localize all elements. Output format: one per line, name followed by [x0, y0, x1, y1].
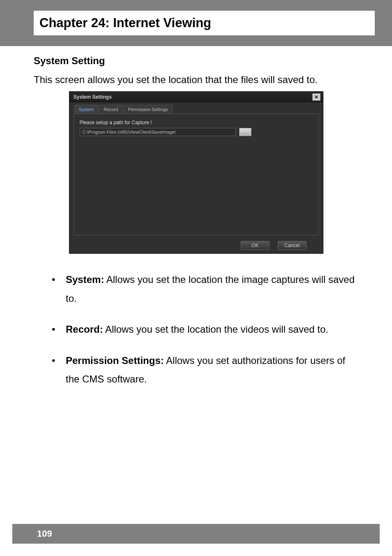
close-button[interactable]: ✕	[312, 93, 321, 101]
tab-record[interactable]: Record	[99, 105, 122, 114]
tab-panel: Please setup a path for Capture ! ...	[74, 114, 319, 235]
bullet-desc-system: Allows you set the location the image ca…	[66, 274, 355, 304]
dialog-title: System Settings	[74, 94, 112, 100]
dialog-titlebar: System Settings ✕	[69, 92, 323, 102]
chapter-header: Chapter 24: Internet Viewing	[0, 0, 392, 46]
cancel-button[interactable]: Cancel	[278, 241, 307, 250]
list-item: Record: Allows you set the location the …	[50, 320, 358, 339]
list-item: System: Allows you set the location the …	[50, 270, 358, 308]
bullet-desc-record: Allows you set the location the videos w…	[103, 324, 328, 335]
chapter-title: Chapter 24: Internet Viewing	[34, 11, 375, 35]
page-number: 109	[12, 528, 52, 539]
list-item: Permission Settings: Allows you set auth…	[50, 351, 358, 389]
browse-button[interactable]: ...	[239, 128, 251, 136]
section-title: System Setting	[34, 55, 358, 67]
dialog-footer: OK Cancel	[69, 239, 323, 253]
setup-path-label: Please setup a path for Capture !	[80, 120, 313, 125]
bullet-term-record: Record:	[66, 324, 103, 335]
dialog-body: System Record Permission Settings Please…	[69, 102, 323, 239]
ok-button[interactable]: OK	[241, 241, 270, 250]
section-intro: This screen allows you set the location …	[34, 74, 358, 86]
bullet-term-permission: Permission Settings:	[66, 355, 164, 366]
screenshot-container: System Settings ✕ System Record Permissi…	[34, 91, 358, 254]
content-area: System Setting This screen allows you se…	[0, 48, 392, 389]
page-footer: 109	[12, 524, 380, 544]
system-settings-dialog: System Settings ✕ System Record Permissi…	[69, 91, 323, 254]
capture-path-input[interactable]	[80, 128, 236, 136]
tab-system[interactable]: System	[74, 105, 99, 114]
tab-permission-settings[interactable]: Permission Settings	[124, 105, 173, 114]
bullet-list: System: Allows you set the location the …	[34, 270, 358, 389]
path-row: ...	[80, 128, 313, 136]
bullet-term-system: System:	[66, 274, 104, 285]
tabs-row: System Record Permission Settings	[74, 105, 319, 114]
